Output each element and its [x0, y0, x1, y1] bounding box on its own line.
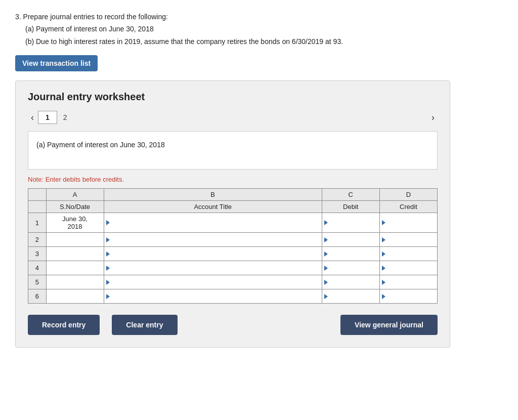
row4-debit-arrow-icon: [324, 266, 328, 271]
row-num-6: 6: [28, 289, 47, 304]
view-transaction-list-button[interactable]: View transaction list: [15, 55, 98, 71]
col-d-header: D: [379, 189, 437, 201]
debit-cell-5[interactable]: [322, 275, 379, 289]
prev-arrow-button[interactable]: ‹: [28, 111, 37, 124]
debit-input-1[interactable]: [329, 218, 377, 228]
worksheet-title: Journal entry worksheet: [28, 91, 438, 103]
row6-debit-arrow-icon: [324, 294, 328, 299]
credit-input-1[interactable]: [387, 218, 435, 228]
col-c-header: C: [322, 189, 379, 201]
row4-arrow-icon: [106, 266, 110, 271]
account-input-2[interactable]: [111, 235, 320, 244]
tab-1[interactable]: 1: [38, 111, 57, 124]
description-box: (a) Payment of interest on June 30, 2018: [28, 131, 438, 170]
col-a-header: A: [46, 189, 104, 201]
clear-entry-button[interactable]: Clear entry: [112, 315, 177, 335]
credit-input-5[interactable]: [387, 277, 435, 287]
credit-header: Credit: [379, 201, 437, 213]
account-cell-6[interactable]: [104, 289, 322, 304]
credit-cell-4[interactable]: [379, 261, 437, 275]
journal-table: A B C D S.No/Date Account Title Debit Cr…: [28, 188, 438, 304]
row3-debit-arrow-icon: [324, 251, 328, 257]
credit-input-6[interactable]: [387, 291, 435, 301]
account-input-1[interactable]: [111, 218, 320, 228]
credit-input-4[interactable]: [387, 263, 435, 273]
debit-input-6[interactable]: [329, 291, 377, 301]
row2-debit-arrow-icon: [324, 237, 328, 242]
date-cell-5: [46, 275, 104, 289]
row6-arrow-icon: [106, 294, 110, 299]
account-input-4[interactable]: [111, 263, 320, 273]
credit-cell-1[interactable]: [379, 213, 437, 233]
sub-header-row: S.No/Date Account Title Debit Credit: [28, 201, 438, 213]
date-cell-3: [46, 247, 104, 261]
account-input-5[interactable]: [111, 277, 320, 287]
date-cell-1: June 30,2018: [46, 213, 104, 233]
action-buttons-row: Record entry Clear entry View general jo…: [28, 315, 438, 335]
credit-input-3[interactable]: [387, 249, 435, 259]
debit-input-3[interactable]: [329, 249, 377, 259]
date-cell-6: [46, 289, 104, 304]
view-general-journal-button[interactable]: View general journal: [340, 315, 438, 335]
account-cell-3[interactable]: [104, 247, 322, 261]
table-row: 4: [28, 261, 438, 275]
credit-cell-3[interactable]: [379, 247, 437, 261]
row5-debit-arrow-icon: [324, 280, 328, 285]
account-cell-5[interactable]: [104, 275, 322, 289]
debit-cell-4[interactable]: [322, 261, 379, 275]
debit-cell-6[interactable]: [322, 289, 379, 304]
debit-cell-1[interactable]: [322, 213, 379, 233]
description-text: (a) Payment of interest on June 30, 2018: [36, 141, 165, 149]
account-cell-4[interactable]: [104, 261, 322, 275]
debit-input-2[interactable]: [329, 235, 377, 244]
record-entry-button[interactable]: Record entry: [28, 315, 100, 335]
table-row: 2: [28, 233, 438, 247]
table-row: 1 June 30,2018: [28, 213, 438, 233]
debit-input-4[interactable]: [329, 263, 377, 273]
row6-credit-arrow-icon: [382, 294, 385, 299]
table-row: 3: [28, 247, 438, 261]
row2-arrow-icon: [106, 237, 110, 242]
credit-cell-5[interactable]: [379, 275, 437, 289]
debit-cell-2[interactable]: [322, 233, 379, 247]
row5-credit-arrow-icon: [382, 280, 385, 285]
instruction-line2: (a) Payment of interest on June 30, 2018: [25, 23, 503, 34]
col-b-header: B: [104, 189, 322, 201]
row5-arrow-icon: [106, 280, 110, 285]
debit-cell-3[interactable]: [322, 247, 379, 261]
journal-entry-worksheet: Journal entry worksheet ‹ 1 2 › (a) Paym…: [15, 80, 450, 348]
row-num-3: 3: [28, 247, 47, 261]
row4-credit-arrow-icon: [382, 266, 385, 271]
row-num-2: 2: [28, 233, 47, 247]
row1-arrow-icon: [106, 220, 110, 225]
account-input-3[interactable]: [111, 249, 320, 259]
debit-input-5[interactable]: [329, 277, 377, 287]
col-header-row: A B C D: [28, 189, 438, 201]
credit-input-2[interactable]: [387, 235, 435, 244]
row-num-5: 5: [28, 275, 47, 289]
account-cell-1[interactable]: [104, 213, 322, 233]
credit-cell-6[interactable]: [379, 289, 437, 304]
credit-cell-2[interactable]: [379, 233, 437, 247]
date-cell-4: [46, 261, 104, 275]
date-cell-2: [46, 233, 104, 247]
next-arrow-button[interactable]: ›: [428, 111, 438, 124]
row-num-4: 4: [28, 261, 47, 275]
tab-2[interactable]: 2: [58, 111, 72, 123]
tab-nav-row: ‹ 1 2 ›: [28, 111, 438, 124]
instructions: 3. Prepare journal entries to record the…: [15, 11, 503, 47]
table-row: 6: [28, 289, 438, 304]
account-input-6[interactable]: [111, 291, 320, 301]
note-text: Note: Enter debits before credits.: [28, 176, 438, 183]
row1-debit-arrow-icon: [324, 220, 328, 225]
debit-header: Debit: [322, 201, 379, 213]
sndate-header: S.No/Date: [46, 201, 104, 213]
account-cell-2[interactable]: [104, 233, 322, 247]
account-title-header: Account Title: [104, 201, 322, 213]
instruction-line3: (b) Due to high interest rates in 2019, …: [25, 36, 503, 47]
row3-credit-arrow-icon: [382, 251, 385, 257]
row1-credit-arrow-icon: [382, 220, 385, 225]
table-row: 5: [28, 275, 438, 289]
blank-subheader: [28, 201, 47, 213]
row-num-1: 1: [28, 213, 47, 233]
